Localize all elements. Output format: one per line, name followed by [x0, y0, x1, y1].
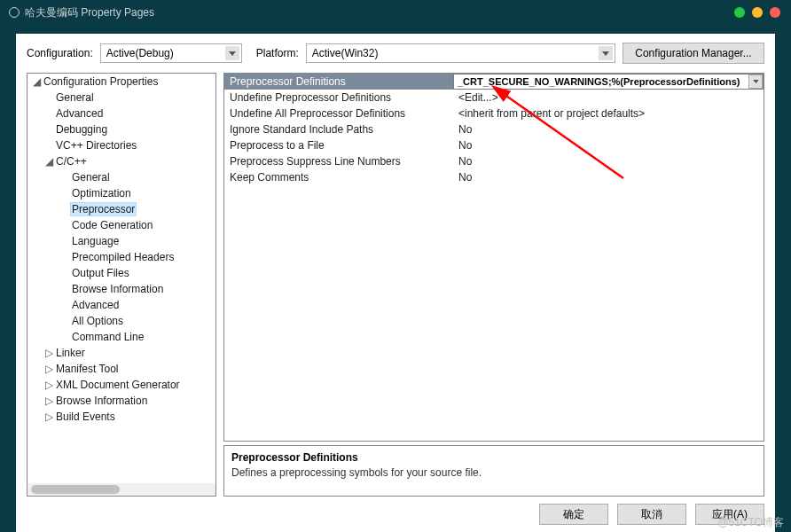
tree-item-debugging[interactable]: Debugging: [27, 121, 215, 137]
tree-item-cpp-pch[interactable]: Precompiled Headers: [27, 249, 215, 265]
platform-value: Active(Win32): [312, 47, 379, 59]
tree-item-xmldoc[interactable]: ▷XML Document Generator: [27, 377, 215, 393]
expand-icon: ▷: [43, 363, 54, 375]
titlebar: 哈夫曼编码 Property Pages: [0, 0, 791, 25]
property-pages-dialog: Configuration: Active(Debug) Platform: A…: [16, 34, 775, 532]
property-row[interactable]: Undefine All Preprocessor Definitions<in…: [224, 106, 764, 121]
tree-item-general[interactable]: General: [27, 90, 215, 106]
window-title: 哈夫曼编码 Property Pages: [25, 5, 154, 20]
watermark: @51CTO博客: [717, 515, 784, 530]
description-panel: Preprocessor Definitions Defines a prepr…: [223, 445, 764, 497]
maximize-dot[interactable]: [752, 7, 763, 18]
expand-icon: ▷: [43, 395, 54, 407]
property-value[interactable]: _CRT_SECURE_NO_WARNINGS;%(PreprocessorDe…: [454, 76, 748, 87]
property-row[interactable]: Preprocess to a FileNo: [224, 137, 764, 153]
property-row-preprocessor-definitions[interactable]: Preprocessor Definitions _CRT_SECURE_NO_…: [224, 74, 764, 90]
tree-horizontal-scrollbar[interactable]: [27, 483, 215, 496]
app-icon: [9, 7, 20, 18]
ok-button[interactable]: 确定: [539, 504, 608, 525]
window-controls: [734, 7, 780, 18]
chevron-down-icon: [225, 46, 239, 60]
configuration-combo[interactable]: Active(Debug): [100, 43, 242, 63]
nav-tree[interactable]: ◢Configuration Properties General Advanc…: [27, 73, 216, 497]
tree-item-cpp-browse[interactable]: Browse Information: [27, 281, 215, 297]
tree-item-cpp-advanced[interactable]: Advanced: [27, 297, 215, 313]
tree-item-cpp-optimization[interactable]: Optimization: [27, 185, 215, 201]
tree-item-cpp-alloptions[interactable]: All Options: [27, 313, 215, 329]
configuration-label: Configuration:: [27, 47, 93, 59]
collapse-icon: ◢: [43, 155, 54, 168]
close-dot[interactable]: [770, 7, 780, 18]
chevron-down-icon: [599, 46, 613, 60]
property-name: Preprocessor Definitions: [224, 75, 453, 88]
tree-item-buildevents[interactable]: ▷Build Events: [27, 409, 215, 425]
expand-icon: ▷: [43, 411, 54, 423]
tree-item-cpp[interactable]: ◢C/C++: [27, 153, 215, 169]
tree-item-cpp-cmdline[interactable]: Command Line: [27, 329, 215, 345]
minimize-dot[interactable]: [734, 7, 745, 18]
tree-item-linker[interactable]: ▷Linker: [27, 345, 215, 361]
tree-item-cpp-preprocessor[interactable]: Preprocessor: [27, 201, 215, 217]
property-row[interactable]: Ignore Standard Include PathsNo: [224, 121, 764, 137]
tree-item-cpp-codegen[interactable]: Code Generation: [27, 217, 215, 233]
tree-item-vcdirs[interactable]: VC++ Directories: [27, 137, 215, 153]
collapse-icon: ◢: [31, 75, 42, 88]
expand-icon: ▷: [43, 379, 54, 391]
dropdown-button[interactable]: [748, 74, 763, 89]
tree-item-cpp-output[interactable]: Output Files: [27, 265, 215, 281]
tree-root[interactable]: ◢Configuration Properties: [27, 74, 215, 90]
tree-item-browseinfo[interactable]: ▷Browse Information: [27, 393, 215, 409]
cancel-button[interactable]: 取消: [617, 504, 686, 525]
tree-item-cpp-language[interactable]: Language: [27, 233, 215, 249]
expand-icon: ▷: [43, 347, 54, 359]
configuration-value: Active(Debug): [106, 47, 174, 59]
property-row[interactable]: Keep CommentsNo: [224, 169, 764, 185]
property-grid[interactable]: Preprocessor Definitions _CRT_SECURE_NO_…: [223, 73, 764, 442]
property-row[interactable]: Preprocess Suppress Line NumbersNo: [224, 153, 764, 169]
tree-item-advanced[interactable]: Advanced: [27, 106, 215, 121]
platform-combo[interactable]: Active(Win32): [306, 43, 615, 63]
description-title: Preprocessor Definitions: [231, 451, 756, 464]
scrollbar-thumb[interactable]: [31, 485, 120, 494]
property-row[interactable]: Undefine Preprocessor Definitions<Edit..…: [224, 90, 764, 106]
configuration-manager-button[interactable]: Configuration Manager...: [623, 43, 764, 64]
tree-item-manifest[interactable]: ▷Manifest Tool: [27, 361, 215, 377]
description-body: Defines a preprocessing symbols for your…: [231, 466, 756, 479]
platform-label: Platform:: [256, 47, 299, 59]
tree-item-cpp-general[interactable]: General: [27, 169, 215, 185]
